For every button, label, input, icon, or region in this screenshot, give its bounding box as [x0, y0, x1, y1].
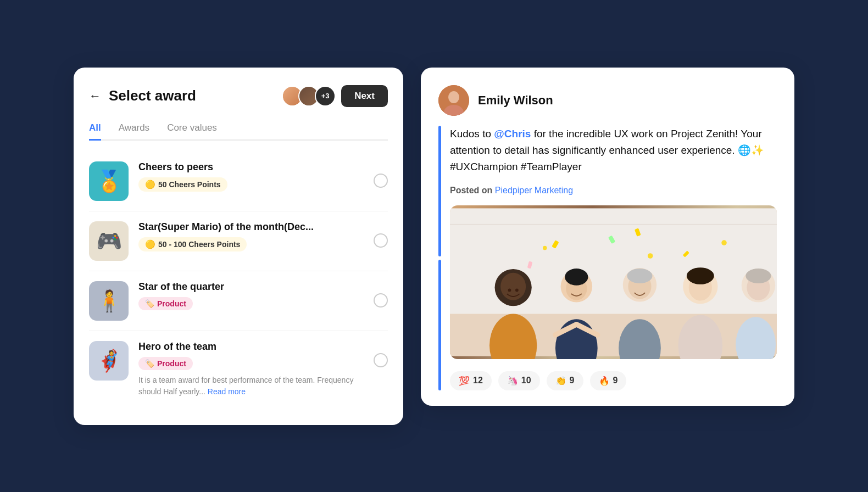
award-name-cheers: Cheers to peers	[138, 161, 364, 173]
award-item-mario[interactable]: 🎮 Star(Super Mario) of the month(Dec... …	[89, 211, 388, 271]
points-label-mario: 50 - 100 Cheers Points	[158, 240, 240, 249]
svg-point-32	[543, 245, 547, 250]
product-badge-quarter: 🏷️ Product	[138, 297, 193, 310]
award-name-hero: Hero of the team	[138, 341, 364, 353]
tabs: All Awards Core values	[89, 122, 388, 141]
reaction-count-clap: 9	[570, 376, 575, 385]
svg-point-17	[627, 269, 652, 283]
back-button[interactable]: ←	[89, 89, 101, 103]
header-right: +3 Next	[282, 85, 388, 107]
svg-point-31	[648, 253, 653, 259]
reaction-emoji-clap: 👏	[555, 376, 566, 386]
blue-bar-wrapper	[438, 126, 441, 390]
award-name-mario: Star(Super Mario) of the month(Dec...	[138, 221, 364, 233]
tab-awards[interactable]: Awards	[119, 122, 149, 141]
tab-core-values[interactable]: Core values	[167, 122, 217, 141]
award-emoji-cheers: 🏅	[96, 169, 122, 193]
posted-on-label: Posted on	[450, 186, 492, 195]
next-button[interactable]: Next	[341, 85, 388, 107]
svg-point-35	[515, 288, 519, 292]
points-icon: 🟡	[145, 180, 155, 189]
award-item[interactable]: 🏅 Cheers to peers 🟡 50 Cheers Points	[89, 152, 388, 211]
award-content-mario: Star(Super Mario) of the month(Dec... 🟡 …	[138, 221, 364, 251]
reactions: 💯 12 🦄 10 👏 9 🔥 9	[450, 371, 777, 390]
reaction-fire[interactable]: 🔥 9	[590, 371, 627, 390]
award-list: 🏅 Cheers to peers 🟡 50 Cheers Points 🎮	[89, 152, 388, 407]
product-icon-hero: 🏷️	[145, 359, 154, 368]
user-name: Emily Wilson	[478, 93, 553, 108]
post-text: Kudos to @Chris for the incredible UX wo…	[450, 126, 777, 176]
svg-point-21	[687, 267, 714, 284]
reaction-count-unicorn: 10	[521, 376, 531, 385]
avatar-stack: +3	[282, 86, 336, 107]
post-meta: Posted on Piedpiper Marketing	[450, 186, 777, 195]
award-item-hero[interactable]: 🦸 Hero of the team 🏷️ Product It is a te…	[89, 331, 388, 407]
user-avatar-inner	[438, 85, 469, 116]
points-badge-mario: 🟡 50 - 100 Cheers Points	[138, 237, 247, 251]
award-content-quarter: Star of the quarter 🏷️ Product	[138, 281, 364, 310]
panels-wrapper: ← Select award +3 Next All Awards Co	[30, 35, 838, 458]
svg-point-33	[721, 240, 727, 245]
mention-chris[interactable]: @Chris	[494, 128, 531, 139]
reaction-emoji-unicorn: 🦄	[507, 376, 518, 386]
award-icon-mario: 🎮	[89, 221, 129, 261]
reaction-count-100: 12	[473, 376, 483, 385]
blue-bar-2	[438, 260, 441, 390]
svg-point-13	[565, 269, 588, 286]
radio-quarter[interactable]	[374, 293, 388, 308]
product-label-quarter: Product	[157, 299, 186, 308]
product-label-hero: Product	[157, 359, 186, 368]
reaction-clap[interactable]: 👏 9	[547, 371, 583, 390]
reaction-100[interactable]: 💯 12	[450, 371, 492, 390]
svg-point-25	[745, 269, 771, 283]
header-left: ← Select award	[89, 87, 196, 104]
award-content-hero: Hero of the team 🏷️ Product It is a team…	[138, 341, 364, 398]
award-icon-quarter: 🧍	[89, 281, 129, 321]
award-content-cheers: Cheers to peers 🟡 50 Cheers Points	[138, 161, 364, 192]
post-content-wrapper: Kudos to @Chris for the incredible UX wo…	[438, 126, 777, 390]
award-emoji-mario: 🎮	[96, 229, 122, 253]
reaction-count-fire: 9	[613, 376, 618, 385]
points-label-cheers: 50 Cheers Points	[158, 180, 221, 189]
reaction-emoji-100: 💯	[459, 376, 470, 386]
left-panel: ← Select award +3 Next All Awards Co	[74, 68, 403, 425]
award-icon-cheers: 🏅	[89, 161, 129, 201]
award-desc-hero: It is a team award for best performance …	[138, 374, 364, 398]
post-header: Emily Wilson	[438, 85, 777, 116]
reaction-emoji-fire: 🔥	[599, 376, 610, 386]
radio-cheers[interactable]	[374, 174, 388, 188]
award-emoji-quarter: 🧍	[96, 289, 122, 313]
award-item-quarter[interactable]: 🧍 Star of the quarter 🏷️ Product	[89, 271, 388, 331]
user-avatar	[438, 85, 469, 116]
points-badge-cheers: 🟡 50 Cheers Points	[138, 177, 227, 192]
points-icon-mario: 🟡	[145, 239, 155, 249]
read-more-hero[interactable]: Read more	[208, 387, 246, 396]
radio-hero[interactable]	[374, 353, 388, 367]
right-panel: Emily Wilson Kudos to @Chris for the inc…	[421, 68, 794, 406]
product-icon-quarter: 🏷️	[145, 299, 154, 308]
tab-all[interactable]: All	[89, 122, 101, 141]
award-name-quarter: Star of the quarter	[138, 281, 364, 293]
post-image	[450, 205, 777, 359]
svg-point-1	[448, 91, 459, 103]
avatar-plus: +3	[315, 86, 336, 107]
blue-bar	[438, 126, 441, 256]
award-icon-hero: 🦸	[89, 341, 129, 381]
product-badge-hero: 🏷️ Product	[138, 357, 193, 370]
post-body: Kudos to @Chris for the incredible UX wo…	[450, 126, 777, 390]
reaction-unicorn[interactable]: 🦄 10	[498, 371, 540, 390]
channel-link[interactable]: Piedpiper Marketing	[495, 186, 573, 195]
award-emoji-hero: 🦸	[96, 349, 122, 373]
panel-title: Select award	[109, 87, 196, 104]
panel-header: ← Select award +3 Next	[89, 85, 388, 107]
svg-point-34	[508, 288, 511, 292]
radio-mario[interactable]	[374, 233, 388, 248]
